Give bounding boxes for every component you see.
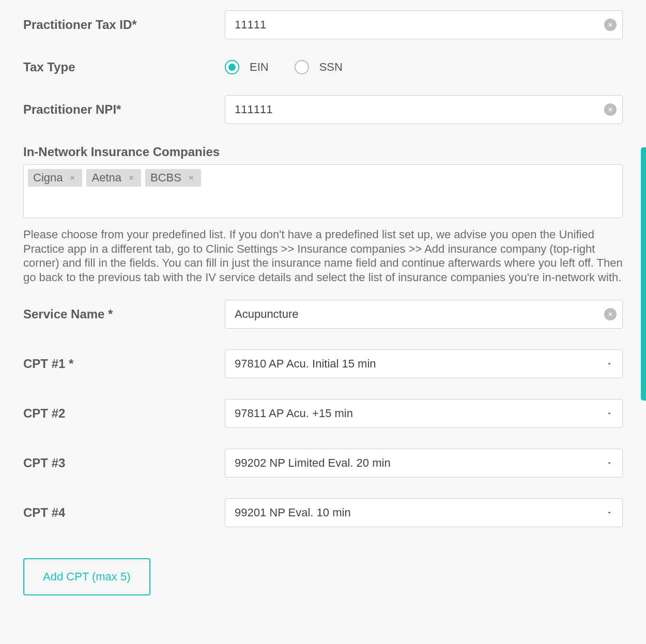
remove-tag-icon[interactable] bbox=[68, 173, 77, 182]
control-npi bbox=[225, 95, 623, 124]
npi-input[interactable] bbox=[225, 95, 623, 124]
control-cpt-1: 97810 AP Acu. Initial 15 min bbox=[225, 349, 623, 378]
control-tax-id bbox=[225, 10, 623, 39]
service-name-input[interactable] bbox=[225, 300, 623, 329]
radio-label-ein: EIN bbox=[250, 60, 269, 74]
tax-type-radio-group: EIN SSN bbox=[225, 60, 623, 74]
radio-icon bbox=[225, 60, 239, 74]
control-cpt-4: 99201 NP Eval. 10 min bbox=[225, 498, 623, 527]
control-cpt-3: 99202 NP Limited Eval. 20 min bbox=[225, 449, 623, 478]
cpt-3-value: 99202 NP Limited Eval. 20 min bbox=[235, 456, 391, 470]
label-tax-type: Tax Type bbox=[23, 60, 225, 74]
row-cpt-3: CPT #3 99202 NP Limited Eval. 20 min bbox=[23, 438, 623, 488]
label-tax-id: Practitioner Tax ID* bbox=[23, 18, 225, 32]
control-tax-type: EIN SSN bbox=[225, 60, 623, 74]
tag-label: Cigna bbox=[33, 171, 63, 185]
chevron-down-icon bbox=[606, 456, 613, 470]
remove-tag-icon[interactable] bbox=[187, 173, 196, 182]
add-cpt-button[interactable]: Add CPT (max 5) bbox=[23, 558, 150, 595]
row-cpt-4: CPT #4 99201 NP Eval. 10 min bbox=[23, 488, 623, 538]
cpt-1-value: 97810 AP Acu. Initial 15 min bbox=[235, 357, 376, 371]
tag-bcbs: BCBS bbox=[145, 169, 201, 187]
cpt-3-select[interactable]: 99202 NP Limited Eval. 20 min bbox=[225, 449, 623, 478]
control-service-name bbox=[225, 300, 623, 329]
chevron-down-icon bbox=[606, 407, 613, 420]
radio-label-ssn: SSN bbox=[319, 60, 343, 74]
label-cpt-2: CPT #2 bbox=[23, 406, 225, 421]
tag-label: BCBS bbox=[150, 171, 181, 185]
label-cpt-1: CPT #1 * bbox=[23, 357, 225, 371]
form-page: Practitioner Tax ID* Tax Type EIN SSN bbox=[0, 0, 646, 644]
radio-icon bbox=[295, 60, 309, 74]
clear-icon[interactable] bbox=[604, 308, 617, 320]
clear-icon[interactable] bbox=[604, 103, 617, 116]
control-cpt-2: 97811 AP Acu. +15 min bbox=[225, 399, 623, 428]
row-tax-type: Tax Type EIN SSN bbox=[23, 50, 623, 85]
label-cpt-4: CPT #4 bbox=[23, 505, 225, 520]
cpt-2-value: 97811 AP Acu. +15 min bbox=[235, 407, 353, 420]
remove-tag-icon[interactable] bbox=[127, 173, 136, 182]
row-npi: Practitioner NPI* bbox=[23, 85, 623, 134]
clear-icon[interactable] bbox=[604, 19, 617, 31]
tag-cigna: Cigna bbox=[28, 169, 82, 187]
cpt-4-value: 99201 NP Eval. 10 min bbox=[235, 506, 351, 519]
cpt-4-select[interactable]: 99201 NP Eval. 10 min bbox=[225, 498, 623, 527]
label-cpt-3: CPT #3 bbox=[23, 456, 225, 470]
chevron-down-icon bbox=[606, 506, 613, 519]
insurance-tag-input[interactable]: Cigna Aetna BCBS bbox=[23, 164, 623, 218]
radio-ssn[interactable]: SSN bbox=[295, 60, 343, 74]
tag-aetna: Aetna bbox=[86, 169, 141, 187]
row-tax-id: Practitioner Tax ID* bbox=[23, 0, 623, 50]
label-npi: Practitioner NPI* bbox=[23, 102, 225, 117]
label-service-name: Service Name * bbox=[23, 307, 225, 321]
insurance-helper-text: Please choose from your predefined list.… bbox=[23, 227, 623, 284]
radio-ein[interactable]: EIN bbox=[225, 60, 269, 74]
cpt-2-select[interactable]: 97811 AP Acu. +15 min bbox=[225, 399, 623, 428]
row-cpt-2: CPT #2 97811 AP Acu. +15 min bbox=[23, 389, 623, 438]
tax-id-input[interactable] bbox=[225, 10, 623, 39]
row-insurance: In-Network Insurance Companies Cigna Aet… bbox=[23, 145, 623, 284]
label-insurance: In-Network Insurance Companies bbox=[23, 145, 623, 159]
row-cpt-1: CPT #1 * 97810 AP Acu. Initial 15 min bbox=[23, 339, 623, 389]
tag-label: Aetna bbox=[91, 171, 121, 185]
accent-scrollbar[interactable] bbox=[641, 147, 646, 401]
chevron-down-icon bbox=[606, 357, 613, 371]
row-service-name: Service Name * bbox=[23, 284, 623, 339]
cpt-1-select[interactable]: 97810 AP Acu. Initial 15 min bbox=[225, 349, 623, 378]
